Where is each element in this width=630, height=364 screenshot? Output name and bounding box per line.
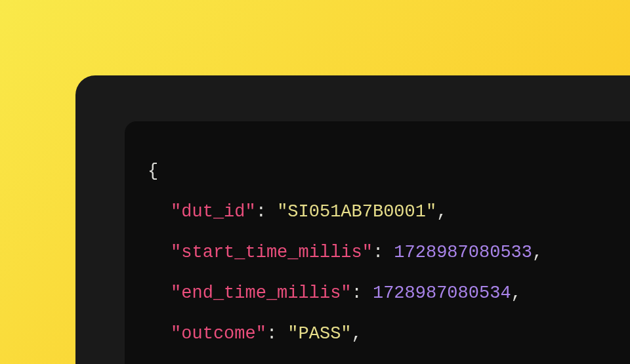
- comma: ,: [511, 283, 522, 303]
- json-key: "outcome": [171, 324, 266, 344]
- json-code-block: { "dut_id": "SI051AB7B0001", "start_time…: [148, 151, 607, 364]
- json-key: "end_time_millis": [171, 283, 351, 303]
- colon: :: [256, 202, 266, 222]
- json-number-value: 1728987080533: [394, 243, 532, 262]
- json-key: "start_time_millis": [171, 243, 373, 262]
- open-brace: {: [148, 161, 158, 181]
- colon: :: [373, 243, 383, 262]
- comma: ,: [436, 202, 447, 222]
- colon: :: [352, 283, 362, 303]
- colon: :: [266, 324, 277, 344]
- json-string-value: "PASS": [287, 324, 351, 344]
- json-string-value: "SI051AB7B0001": [277, 202, 436, 222]
- editor-window: { "dut_id": "SI051AB7B0001", "start_time…: [75, 75, 630, 364]
- comma: ,: [352, 324, 362, 344]
- json-key: "dut_id": [171, 202, 256, 222]
- comma: ,: [532, 243, 543, 262]
- code-panel: { "dut_id": "SI051AB7B0001", "start_time…: [125, 121, 630, 364]
- json-number-value: 1728987080534: [373, 283, 511, 303]
